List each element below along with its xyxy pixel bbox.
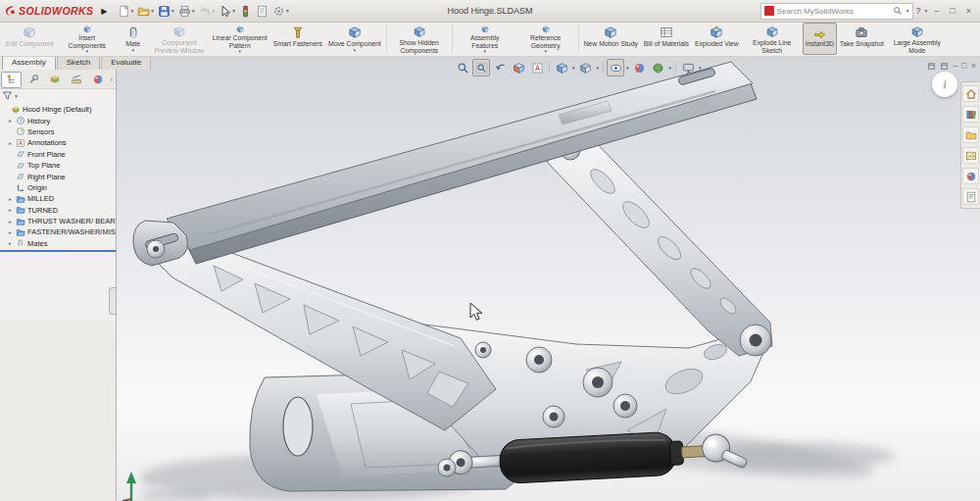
dropdown-caret[interactable]: ▾ <box>192 8 195 14</box>
dropdown-caret[interactable]: ▾ <box>626 65 629 71</box>
rebuild-button[interactable] <box>237 2 254 20</box>
previous-view-button[interactable] <box>491 59 509 76</box>
new-motion-study-button[interactable]: New Motion Study <box>581 23 641 55</box>
show-hidden-components-button[interactable]: Show Hidden Components <box>389 23 450 55</box>
large-assembly-mode-button[interactable]: Large Assembly Mode <box>887 23 948 55</box>
tab-assembly[interactable]: Assembly <box>2 56 56 70</box>
save-button[interactable]: ▾ <box>156 2 176 20</box>
help-dropdown-caret[interactable]: ▾ <box>925 8 928 14</box>
search-dropdown-caret[interactable]: ▾ <box>906 8 909 14</box>
window-close-button[interactable]: × <box>962 6 975 16</box>
apply-scene-button[interactable] <box>650 59 667 76</box>
instant3d-button[interactable]: Instant3D <box>803 23 837 55</box>
mate-button[interactable]: Mate▾ <box>118 23 149 55</box>
new-button[interactable]: ▾ <box>116 2 136 20</box>
tree-item[interactable]: ▸History <box>0 115 116 125</box>
dimxpertmanager-tab[interactable] <box>66 72 86 88</box>
linear-component-pattern-button[interactable]: Linear Component Pattern▾ <box>210 23 270 55</box>
expand-arrow[interactable]: ▸ <box>7 240 14 246</box>
window-minimize-button[interactable]: – <box>930 6 943 16</box>
filter-dropdown-caret[interactable]: ▾ <box>15 93 18 99</box>
custom-properties-button[interactable] <box>962 188 979 205</box>
tree-item[interactable]: Front Plane <box>0 149 116 160</box>
dropdown-caret[interactable]: ▾ <box>213 8 216 14</box>
help-button[interactable]: ? <box>916 6 921 16</box>
dropdown-caret[interactable]: ▾ <box>699 65 702 71</box>
dynamic-annotation-views-button[interactable] <box>528 59 546 76</box>
doc-minimize-button[interactable]: – <box>953 61 957 71</box>
panel-collapse-handle[interactable] <box>109 287 116 315</box>
tree-item[interactable]: ▸MILLED <box>0 193 116 204</box>
edit-appearance-button[interactable] <box>631 59 649 76</box>
tree-item[interactable]: Right Plane <box>0 171 116 181</box>
displaymanager-tab[interactable] <box>87 72 108 88</box>
tab-evaluate[interactable]: Evaluate <box>101 56 151 70</box>
expand-arrow[interactable]: ▸ <box>7 229 14 235</box>
dropdown-caret[interactable]: ▾ <box>597 65 600 71</box>
tree-item[interactable]: ▸Mates <box>0 238 116 249</box>
zoom-to-fit-button[interactable] <box>454 59 471 76</box>
open-button[interactable]: ▾ <box>135 2 156 20</box>
graphics-viewport[interactable]: ▾▾▾▾▾ – □ × i <box>116 56 980 501</box>
filter-icon[interactable] <box>2 90 13 101</box>
dropdown-caret[interactable]: ▾ <box>131 8 134 14</box>
select-button[interactable]: ▾ <box>217 2 237 20</box>
zoom-to-area-button[interactable] <box>472 59 490 76</box>
expand-arrow[interactable]: ▸ <box>7 118 14 124</box>
document-icon[interactable] <box>940 62 949 71</box>
info-button[interactable]: i <box>932 72 957 97</box>
dropdown-caret[interactable]: ▾ <box>572 65 575 71</box>
tree-item[interactable]: Top Plane <box>0 160 116 171</box>
dropdown-caret[interactable]: ▾ <box>172 8 174 14</box>
document-icon[interactable] <box>927 62 936 71</box>
smart-fasteners-button[interactable]: Smart Fasteners <box>270 23 325 55</box>
tree-root-item[interactable]: Hood Hinge (Default) <box>0 104 116 115</box>
dropdown-caret[interactable]: ▾ <box>669 65 672 71</box>
dropdown-caret[interactable]: ▾ <box>286 8 289 14</box>
bill-of-materials-button[interactable]: Bill of Materials <box>641 23 692 55</box>
tree-item[interactable]: ▸TURNED <box>0 205 116 216</box>
section-view-button[interactable] <box>510 59 527 76</box>
dropdown-caret[interactable]: ▾ <box>85 49 88 54</box>
tree-item[interactable]: ▸FASTENER/WASHER/MISC <box>0 226 116 237</box>
solidworks-resources-button[interactable] <box>962 85 979 102</box>
window-restore-button[interactable]: □ <box>946 6 958 16</box>
dropdown-caret[interactable]: ▾ <box>483 49 486 54</box>
dropdown-caret[interactable]: ▾ <box>544 49 547 54</box>
dropdown-caret[interactable]: ▾ <box>232 8 235 14</box>
expand-arrow[interactable]: ▸ <box>7 196 14 202</box>
dropdown-caret[interactable]: ▾ <box>354 48 357 53</box>
dropdown-caret[interactable]: ▾ <box>131 48 134 53</box>
model-canvas[interactable] <box>116 56 980 501</box>
search-input[interactable]: Search MySolidWorks ▾ <box>760 3 913 20</box>
hide-show-items-button[interactable] <box>607 59 624 76</box>
tree-item[interactable]: ▸THRUST WASHER/ BEARINGS <box>0 216 116 226</box>
configurationmanager-tab[interactable] <box>44 72 65 88</box>
view-settings-button[interactable] <box>679 59 697 76</box>
view-orientation-button[interactable] <box>553 59 570 76</box>
menu-flyout-arrow[interactable]: ▶ <box>101 7 107 16</box>
assembly-features-button[interactable]: Assembly Features▾ <box>455 23 515 55</box>
doc-close-button[interactable]: × <box>971 61 976 71</box>
exploded-view-button[interactable]: Exploded View <box>692 23 742 55</box>
explode-line-sketch-button[interactable]: Explode Line Sketch <box>742 23 803 55</box>
dropdown-caret[interactable]: ▾ <box>151 8 154 14</box>
move-component-button[interactable]: Move Component▾ <box>325 23 384 55</box>
pane-expand-arrow[interactable]: › <box>111 76 115 83</box>
dropdown-caret[interactable]: ▾ <box>238 49 241 54</box>
insert-components-button[interactable]: Insert Components▾ <box>57 23 118 55</box>
options-button[interactable]: ▾ <box>270 2 291 20</box>
view-palette-button[interactable] <box>962 147 979 164</box>
tree-item[interactable]: Origin <box>0 182 116 193</box>
tab-sketch[interactable]: Sketch <box>57 56 100 70</box>
propertymanager-tab[interactable] <box>23 72 43 88</box>
tree-item[interactable]: Sensors <box>0 126 116 137</box>
design-library-button[interactable] <box>962 106 979 123</box>
doc-restore-button[interactable]: □ <box>961 61 966 71</box>
take-snapshot-button[interactable]: Take Snapshot <box>837 23 887 55</box>
file-properties-button[interactable] <box>254 2 270 20</box>
expand-arrow[interactable]: ▸ <box>7 207 14 213</box>
panel-splitter[interactable] <box>0 250 116 252</box>
display-style-button[interactable] <box>577 59 595 76</box>
featuremanager-tree-tab[interactable] <box>1 72 22 88</box>
